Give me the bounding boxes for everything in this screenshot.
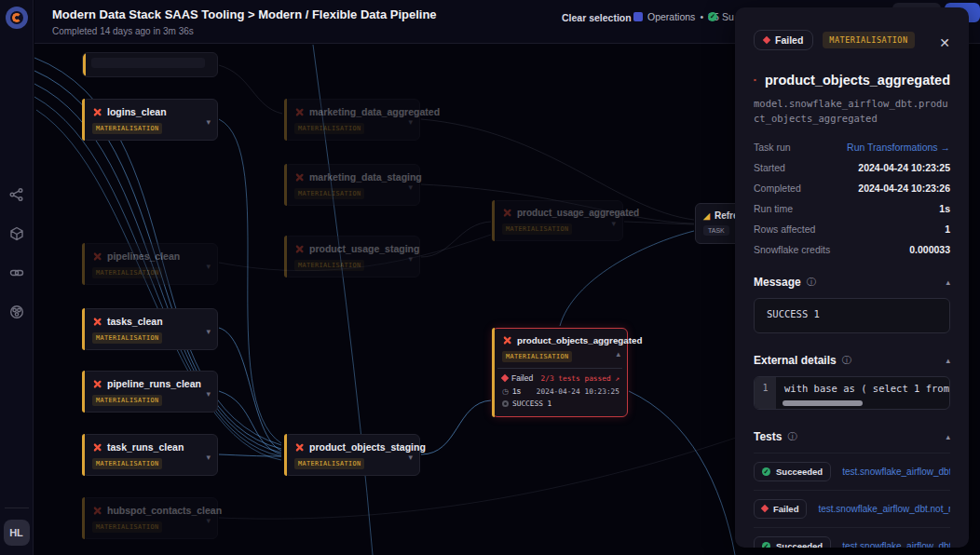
node-logins-clean[interactable]: logins_clean ▾ MATERIALISATION (82, 99, 218, 141)
node-title: product_objects_staging (309, 441, 426, 453)
chevron-down-icon[interactable]: ▾ (408, 183, 413, 192)
chevron-down-icon[interactable]: ▾ (611, 219, 616, 228)
node-task-runs-clean[interactable]: task_runs_clean ▾ MATERIALISATION (82, 434, 218, 476)
user-avatar[interactable]: HL (4, 520, 30, 546)
test-status-badge: Failed (754, 499, 807, 519)
node-partial-top[interactable] (82, 52, 218, 77)
chevron-down-icon[interactable]: ▾ (206, 516, 211, 525)
lineage-graph-icon[interactable] (9, 187, 24, 202)
node-hubspot-contacts-clean[interactable]: hubspot_contacts_clean ▾ MATERIALISATION (82, 497, 218, 539)
info-icon[interactable]: ⓘ (787, 430, 796, 443)
node-product-usage-aggregated[interactable]: product_usage_aggregated ▾ MATERIALISATI… (492, 200, 623, 241)
collapse-up-icon[interactable]: ▴ (946, 356, 950, 365)
node-product-usage-staging[interactable]: product_usage_staging ▾ MATERIALISATION (284, 236, 420, 278)
failed-status-icon (501, 374, 509, 382)
sql-code-viewer[interactable]: 1 with base as ( select 1 from SNOWFLAKE (754, 376, 950, 410)
node-pipeline-runs-clean[interactable]: pipeline_runs_clean ▾ MATERIALISATION (82, 371, 218, 413)
detail-row-run-time: Run time 1s (754, 203, 950, 214)
detail-value: 1 (945, 223, 950, 235)
materialisation-badge: MATERIALISATION (92, 521, 162, 533)
node-title: hubspot_contacts_clean (107, 505, 222, 516)
clear-selection-button[interactable]: Clear selection (562, 12, 632, 23)
node-status-label: Failed (511, 373, 533, 383)
test-link[interactable]: test.snowflake_airflow_dbt.unique_pro (842, 467, 950, 477)
dbt-icon (92, 442, 102, 453)
test-status-badge: ✓ Succeeded (754, 462, 831, 481)
node-marketing-data-aggregated[interactable]: marketing_data_aggregated ▾ MATERIALISAT… (284, 99, 420, 141)
task-run-link[interactable]: Run Transformations → (847, 142, 950, 153)
collapse-up-icon[interactable]: ▴ (616, 349, 620, 359)
succeeded-counter[interactable]: ✓ Su (708, 11, 734, 22)
integrations-icon[interactable] (9, 305, 24, 319)
model-identifier: model.snowflake_airflow_dbt.product_obje… (754, 96, 950, 127)
dbt-icon (294, 442, 305, 453)
chevron-down-icon[interactable]: ▾ (408, 254, 413, 264)
materialisation-badge: MATERIALISATION (92, 458, 162, 469)
succeeded-label: Su (722, 11, 734, 22)
chevron-down-icon[interactable]: ▾ (206, 262, 211, 271)
detail-row-task-run: Task run Run Transformations → (754, 142, 950, 153)
cube-icon[interactable] (9, 226, 24, 241)
succeeded-check-icon: ✓ (762, 467, 770, 476)
detail-label: Run time (754, 203, 793, 214)
node-title: tasks_clean (107, 316, 163, 327)
detail-row-rows-affected: Rows affected 1 (754, 223, 950, 235)
detail-value: 2024-04-24 10:23:26 (858, 183, 950, 194)
materialisation-badge: MATERIALISATION (92, 267, 162, 278)
breadcrumb[interactable]: Modern Data Stack SAAS Tooling > Modern … (52, 7, 437, 21)
code-line-number: 1 (755, 377, 776, 409)
tests-summary-link[interactable]: 2/3 tests passed ↗ (541, 374, 620, 383)
dbt-icon (754, 71, 756, 89)
info-icon[interactable]: ⓘ (807, 276, 816, 289)
horizontal-scrollbar[interactable] (783, 400, 863, 406)
node-title: logins_clean (107, 106, 167, 117)
node-tasks-clean[interactable]: tasks_clean ▾ MATERIALISATION (82, 308, 218, 350)
chevron-down-icon[interactable]: ▾ (206, 389, 211, 399)
materialisation-badge: MATERIALISATION (92, 332, 162, 344)
operations-label: Operations (647, 11, 695, 22)
divider (497, 368, 622, 369)
test-row: ✓ Succeeded test.snowflake_airflow_dbt.u… (754, 453, 950, 490)
operations-counter[interactable]: Operations • 35 (633, 11, 719, 22)
node-pipelines-clean[interactable]: pipelines_clean ▾ MATERIALISATION (82, 243, 218, 285)
chevron-down-icon[interactable]: ▾ (408, 453, 413, 462)
node-marketing-data-staging[interactable]: marketing_data_staging ▾ MATERIALISATION (284, 164, 420, 206)
chevron-down-icon[interactable]: ▾ (408, 117, 413, 127)
section-title: External details (754, 354, 837, 367)
failed-status-icon (763, 36, 770, 44)
detail-value: 2024-04-24 10:23:25 (858, 162, 950, 173)
section-title: Tests (754, 430, 782, 443)
info-icon[interactable]: ⓘ (842, 354, 851, 367)
link-icon[interactable] (9, 265, 24, 280)
chevron-down-icon[interactable]: ▾ (206, 453, 211, 462)
close-icon[interactable]: ✕ (939, 35, 950, 50)
node-title: marketing_data_aggregated (309, 106, 440, 117)
node-title: pipelines_clean (107, 250, 180, 262)
node-runtime: 1s (512, 386, 521, 396)
dbt-icon (92, 107, 102, 117)
chevron-down-icon[interactable]: ▾ (206, 117, 211, 127)
status-badge: Failed (754, 30, 813, 50)
test-status-label: Succeeded (776, 541, 823, 548)
materialisation-badge: MATERIALISATION (92, 123, 162, 134)
collapse-up-icon[interactable]: ▴ (946, 278, 950, 287)
test-status-label: Failed (773, 504, 798, 514)
materialisation-badge: MATERIALISATION (294, 123, 364, 134)
section-title: Message (754, 276, 801, 289)
app-logo-icon[interactable] (6, 7, 28, 29)
node-product-objects-aggregated-selected[interactable]: product_objects_aggregated ▴ MATERIALISA… (492, 328, 628, 417)
dbt-icon (92, 506, 102, 516)
test-link[interactable]: test.snowflake_airflow_dbt.not_null_pr (842, 541, 950, 548)
node-product-objects-staging[interactable]: product_objects_staging ▾ MATERIALISATIO… (284, 434, 420, 476)
materialisation-badge: MATERIALISATION (823, 32, 914, 48)
node-title: product_usage_aggregated (517, 208, 639, 218)
materialisation-badge: MATERIALISATION (294, 260, 364, 271)
message-section: Message ⓘ ▴ SUCCESS 1 (754, 276, 950, 333)
collapse-up-icon[interactable]: ▴ (946, 432, 950, 441)
succeeded-check-icon: ✓ (762, 542, 770, 548)
dbt-icon (294, 107, 305, 117)
test-link[interactable]: test.snowflake_airflow_dbt.not_null_pr (818, 504, 950, 514)
sidebar: HL (0, 0, 34, 555)
chevron-down-icon[interactable]: ▾ (206, 327, 211, 336)
message-status-icon (502, 400, 509, 407)
